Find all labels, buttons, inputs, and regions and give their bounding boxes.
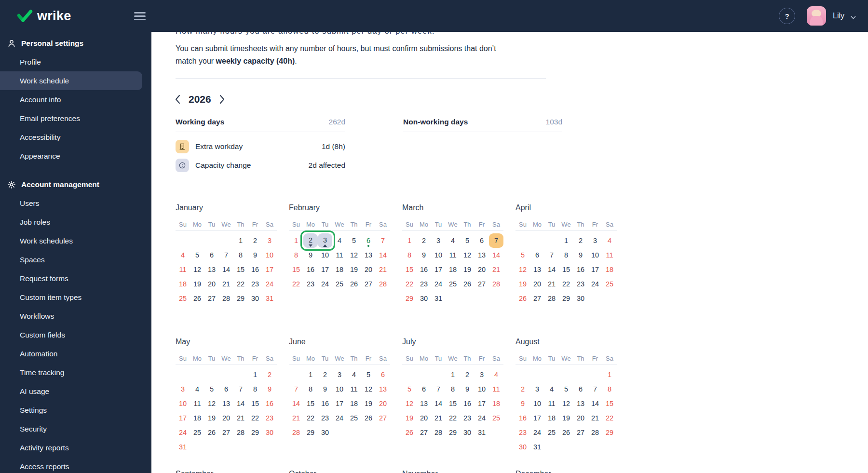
day-cell[interactable]: 14 bbox=[588, 396, 602, 411]
day-cell[interactable]: 28 bbox=[289, 425, 303, 440]
day-cell[interactable]: 22 bbox=[303, 411, 318, 425]
day-cell[interactable]: 24 bbox=[332, 411, 347, 425]
day-cell[interactable]: 2 bbox=[417, 233, 431, 248]
day-cell[interactable]: 24 bbox=[431, 277, 446, 291]
day-cell[interactable]: 1 bbox=[402, 233, 417, 248]
sidebar-item-activity-reports[interactable]: Activity reports bbox=[0, 438, 151, 457]
day-cell[interactable]: 17 bbox=[475, 396, 489, 411]
day-cell[interactable]: 11 bbox=[544, 396, 559, 411]
day-cell[interactable]: 20 bbox=[417, 411, 431, 425]
day-cell[interactable]: 18 bbox=[489, 396, 503, 411]
day-cell[interactable]: 16 bbox=[417, 262, 431, 277]
day-cell[interactable]: 26 bbox=[402, 425, 417, 440]
day-cell[interactable]: 16 bbox=[515, 411, 530, 425]
day-cell[interactable]: 15 bbox=[402, 262, 417, 277]
day-cell[interactable]: 19 bbox=[402, 411, 417, 425]
day-cell[interactable]: 30 bbox=[248, 291, 262, 306]
day-cell[interactable]: 9 bbox=[318, 382, 332, 396]
day-cell[interactable]: 15 bbox=[248, 396, 262, 411]
day-cell[interactable]: 29 bbox=[402, 291, 417, 306]
day-cell[interactable]: 3 bbox=[332, 367, 347, 382]
day-cell[interactable]: 21 bbox=[544, 277, 559, 291]
day-cell[interactable]: 24 bbox=[475, 411, 489, 425]
day-cell[interactable]: 9 bbox=[515, 396, 530, 411]
day-cell[interactable]: 1 bbox=[559, 233, 573, 248]
day-cell[interactable]: 13 bbox=[417, 396, 431, 411]
day-cell[interactable]: 28 bbox=[431, 425, 446, 440]
day-cell[interactable]: 21 bbox=[233, 411, 248, 425]
sidebar-item-ai-usage[interactable]: AI usage bbox=[0, 382, 151, 401]
day-cell[interactable]: 31 bbox=[530, 440, 544, 454]
day-cell[interactable]: 18 bbox=[347, 396, 361, 411]
day-cell[interactable]: 9 bbox=[262, 382, 277, 396]
day-cell[interactable]: 6 bbox=[361, 233, 376, 248]
day-cell[interactable]: 27 bbox=[376, 411, 390, 425]
day-cell[interactable]: 14 bbox=[431, 396, 446, 411]
day-cell[interactable]: 22 bbox=[289, 277, 303, 291]
day-cell[interactable]: 18 bbox=[190, 411, 204, 425]
day-cell[interactable]: 22 bbox=[248, 411, 262, 425]
day-cell[interactable]: 27 bbox=[475, 277, 489, 291]
day-cell[interactable]: 18 bbox=[176, 277, 190, 291]
day-cell[interactable]: 18 bbox=[446, 262, 460, 277]
day-cell[interactable]: 11 bbox=[602, 248, 617, 262]
day-cell[interactable]: 16 bbox=[262, 396, 277, 411]
day-cell[interactable]: 12 bbox=[204, 396, 219, 411]
day-cell[interactable]: 25 bbox=[602, 277, 617, 291]
day-cell[interactable]: 26 bbox=[347, 277, 361, 291]
day-cell[interactable]: 17 bbox=[332, 396, 347, 411]
day-cell[interactable]: 9 bbox=[248, 248, 262, 262]
day-cell[interactable]: 8 bbox=[446, 382, 460, 396]
day-cell[interactable]: 24 bbox=[588, 277, 602, 291]
day-cell[interactable]: 30 bbox=[318, 425, 332, 440]
day-cell[interactable]: 12 bbox=[361, 382, 376, 396]
day-cell[interactable]: 3 bbox=[318, 233, 332, 248]
day-cell[interactable]: 30 bbox=[262, 425, 277, 440]
day-cell[interactable]: 10 bbox=[431, 248, 446, 262]
day-cell[interactable]: 1 bbox=[248, 367, 262, 382]
sidebar-item-appearance[interactable]: Appearance bbox=[0, 147, 151, 165]
day-cell[interactable]: 29 bbox=[446, 425, 460, 440]
day-cell[interactable]: 4 bbox=[332, 233, 347, 248]
day-cell[interactable]: 4 bbox=[190, 382, 204, 396]
day-cell[interactable]: 3 bbox=[530, 382, 544, 396]
day-cell[interactable]: 8 bbox=[248, 382, 262, 396]
day-cell[interactable]: 1 bbox=[303, 367, 318, 382]
day-cell[interactable]: 1 bbox=[602, 367, 617, 382]
day-cell[interactable]: 28 bbox=[219, 291, 233, 306]
day-cell[interactable]: 5 bbox=[515, 248, 530, 262]
day-cell[interactable]: 11 bbox=[446, 248, 460, 262]
day-cell[interactable]: 31 bbox=[475, 425, 489, 440]
sidebar-item-spaces[interactable]: Spaces bbox=[0, 250, 151, 269]
day-cell[interactable]: 21 bbox=[219, 277, 233, 291]
day-cell[interactable]: 21 bbox=[489, 262, 503, 277]
day-cell[interactable]: 14 bbox=[376, 248, 390, 262]
sidebar-item-profile[interactable]: Profile bbox=[0, 53, 151, 71]
day-cell[interactable]: 26 bbox=[559, 425, 573, 440]
day-cell[interactable]: 20 bbox=[376, 396, 390, 411]
day-cell[interactable]: 17 bbox=[431, 262, 446, 277]
day-cell[interactable]: 22 bbox=[602, 411, 617, 425]
day-cell[interactable]: 15 bbox=[233, 262, 248, 277]
sidebar-item-work-schedule[interactable]: Work schedule bbox=[0, 71, 142, 90]
day-cell[interactable]: 13 bbox=[219, 396, 233, 411]
day-cell[interactable]: 15 bbox=[559, 262, 573, 277]
day-cell[interactable]: 19 bbox=[204, 411, 219, 425]
day-cell[interactable]: 18 bbox=[332, 262, 347, 277]
day-cell[interactable]: 24 bbox=[262, 277, 277, 291]
sidebar-item-work-schedules[interactable]: Work schedules bbox=[0, 231, 151, 250]
day-cell[interactable]: 25 bbox=[544, 425, 559, 440]
day-cell[interactable]: 28 bbox=[376, 277, 390, 291]
day-cell[interactable]: 21 bbox=[376, 262, 390, 277]
day-cell[interactable]: 20 bbox=[204, 277, 219, 291]
day-cell[interactable]: 23 bbox=[573, 277, 588, 291]
wrike-logo[interactable]: wrike bbox=[16, 9, 71, 24]
day-cell[interactable]: 28 bbox=[588, 425, 602, 440]
day-cell[interactable]: 6 bbox=[417, 382, 431, 396]
day-cell[interactable]: 25 bbox=[332, 277, 347, 291]
day-cell[interactable]: 13 bbox=[204, 262, 219, 277]
user-name[interactable]: Lily bbox=[833, 12, 844, 20]
day-cell[interactable]: 29 bbox=[602, 425, 617, 440]
sidebar-item-accessibility[interactable]: Accessibility bbox=[0, 128, 151, 147]
day-cell[interactable]: 27 bbox=[530, 291, 544, 306]
